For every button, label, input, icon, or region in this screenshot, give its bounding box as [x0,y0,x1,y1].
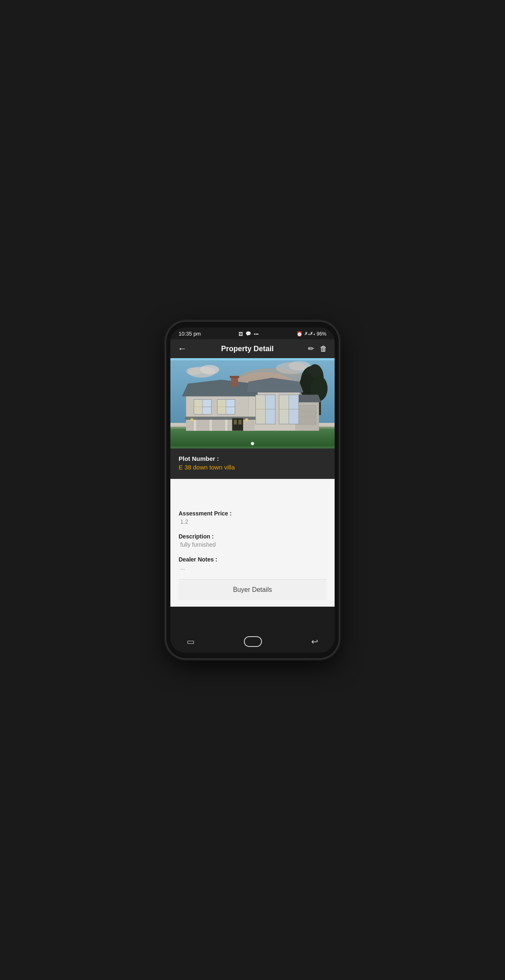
edit-button[interactable]: ✏ [308,344,314,353]
app-bar-actions: ✏ 🗑 [308,344,327,353]
assessment-price-value: 1.2 [179,518,326,525]
phone-screen: 10:35 pm 🖼 💬 ••• ⏰ ✗₄✗₄ 96% ← Property D… [170,327,335,653]
phone-shell: 10:35 pm 🖼 💬 ••• ⏰ ✗₄✗₄ 96% ← Property D… [166,322,339,658]
svg-point-5 [186,367,202,375]
svg-rect-41 [256,395,265,424]
dealer-notes-label: Dealer Notes : [179,556,326,563]
svg-rect-27 [225,418,227,430]
house-svg [170,358,335,449]
plot-number-value: E 38 down town villa [179,464,326,471]
svg-rect-22 [231,377,238,386]
signal-icon: ✗₄✗₄ [304,331,315,336]
more-icon: ••• [254,331,259,336]
app-bar: ← Property Detail ✏ 🗑 [170,339,335,358]
bottom-nav: ▭ ↩ [170,632,335,653]
messenger-icon: 💬 [246,331,251,336]
status-icons: 🖼 💬 ••• [239,331,259,336]
svg-rect-37 [218,400,225,414]
property-info-dark: Plot Number : E 38 down town villa [170,449,335,479]
plot-number-label: Plot Number : [179,455,326,462]
svg-rect-23 [230,376,239,378]
svg-point-49 [191,418,194,421]
description-label: Description : [179,533,326,540]
gallery-icon: 🖼 [239,331,243,336]
svg-rect-26 [209,418,212,430]
app-bar-left: ← [178,343,187,354]
status-right: ⏰ ✗₄✗₄ 96% [296,331,326,337]
status-bar: 10:35 pm 🖼 💬 ••• ⏰ ✗₄✗₄ 96% [170,327,335,339]
svg-rect-47 [234,420,237,424]
svg-point-4 [200,365,219,375]
svg-rect-45 [280,395,289,424]
svg-point-50 [245,418,248,421]
dealer-notes-row: Dealer Notes : ... [179,556,326,571]
svg-rect-48 [239,420,242,424]
property-image-container [170,358,335,449]
assessment-price-row: Assessment Price : 1.2 [179,510,326,525]
battery-icon: 96% [317,331,326,337]
description-row: Description : fully furnished [179,533,326,548]
spacer [179,485,326,510]
svg-rect-51 [298,405,316,425]
content-scroll: Plot Number : E 38 down town villa Asses… [170,358,335,632]
image-dots [251,442,254,445]
dot-1 [251,442,254,445]
page-title: Property Detail [187,345,308,353]
description-value: fully furnished [179,541,326,548]
svg-rect-24 [186,418,255,430]
property-details-white: Assessment Price : 1.2 Description : ful… [170,479,335,607]
buyer-details-button[interactable]: Buyer Details [179,579,326,600]
svg-rect-29 [185,416,255,420]
svg-rect-25 [194,418,196,430]
assessment-price-label: Assessment Price : [179,510,326,517]
alarm-icon: ⏰ [296,331,303,337]
back-nav-button[interactable]: ↩ [311,637,318,646]
status-time: 10:35 pm [179,331,201,337]
home-button[interactable] [244,636,262,647]
svg-rect-33 [194,400,202,414]
back-button[interactable]: ← [178,343,187,354]
delete-button[interactable]: 🗑 [320,345,327,353]
dealer-notes-value: ... [179,564,326,571]
property-image [170,358,335,449]
recent-apps-button[interactable]: ▭ [187,637,195,646]
